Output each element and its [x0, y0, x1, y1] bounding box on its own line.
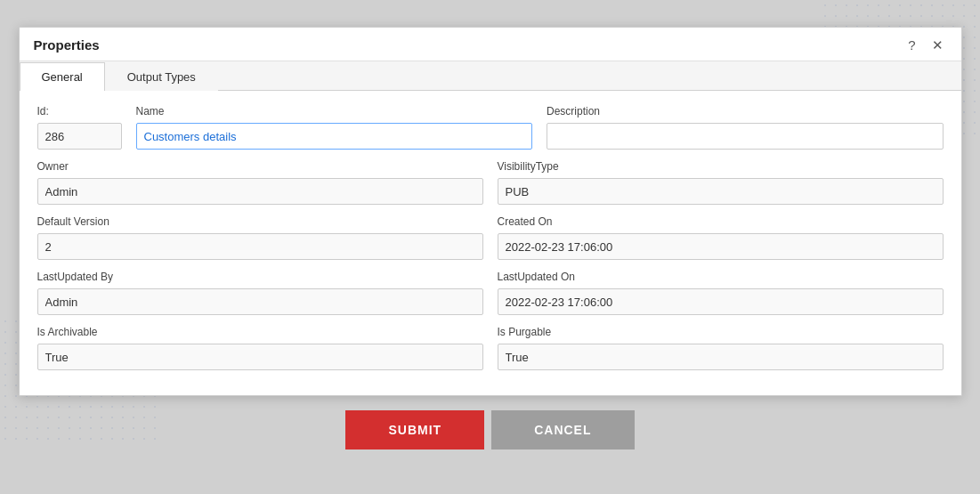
row-owner-visibility: Owner VisibilityType — [37, 160, 944, 205]
created-on-input[interactable] — [498, 233, 944, 260]
last-updated-by-input[interactable] — [37, 288, 483, 315]
last-updated-by-label: LastUpdated By — [37, 271, 483, 283]
group-last-updated-by: LastUpdated By — [37, 271, 483, 315]
is-purgable-label: Is Purgable — [498, 326, 944, 338]
default-version-input[interactable] — [37, 233, 483, 260]
default-version-label: Default Version — [37, 215, 483, 228]
group-is-purgable: Is Purgable — [498, 326, 944, 370]
form-area: Id: Name Description Owner — [20, 91, 961, 395]
last-updated-on-label: LastUpdated On — [498, 271, 944, 283]
group-last-updated-on: LastUpdated On — [498, 271, 944, 315]
header-icons: ? ✕ — [904, 36, 946, 53]
dialog-title: Properties — [34, 37, 100, 53]
last-updated-on-input[interactable] — [498, 288, 944, 315]
row-id-name-desc: Id: Name Description — [37, 105, 944, 150]
is-purgable-input[interactable] — [498, 344, 944, 370]
group-visibility: VisibilityType — [498, 160, 944, 205]
properties-dialog: Properties ? ✕ General Output Types Id: — [19, 27, 962, 396]
tab-general[interactable]: General — [20, 62, 105, 91]
row-version-created: Default Version Created On — [37, 215, 944, 260]
submit-button[interactable]: SUBMIT — [345, 410, 484, 449]
is-archivable-label: Is Archivable — [37, 326, 483, 338]
group-description: Description — [547, 105, 944, 150]
help-button[interactable]: ? — [904, 36, 919, 53]
group-default-version: Default Version — [37, 215, 483, 260]
owner-label: Owner — [37, 160, 483, 173]
group-name: Name — [136, 105, 533, 150]
visibility-label: VisibilityType — [498, 160, 944, 173]
created-on-label: Created On — [498, 215, 944, 228]
id-input[interactable] — [37, 123, 122, 150]
group-id: Id: — [37, 105, 122, 150]
name-label: Name — [136, 105, 533, 117]
cancel-button[interactable]: CANCEL — [491, 410, 634, 449]
tab-output-types[interactable]: Output Types — [105, 62, 218, 91]
id-label: Id: — [37, 105, 122, 117]
group-owner: Owner — [37, 160, 483, 205]
visibility-input[interactable] — [498, 178, 944, 205]
group-is-archivable: Is Archivable — [37, 326, 483, 370]
group-created-on: Created On — [498, 215, 944, 260]
description-input[interactable] — [547, 123, 944, 150]
row-updated-by-on: LastUpdated By LastUpdated On — [37, 271, 944, 315]
name-input[interactable] — [136, 123, 533, 150]
close-button[interactable]: ✕ — [928, 36, 947, 53]
owner-input[interactable] — [37, 178, 483, 205]
row-archivable-purgable: Is Archivable Is Purgable — [37, 326, 944, 370]
description-label: Description — [547, 105, 944, 117]
tabs-bar: General Output Types — [20, 61, 961, 91]
is-archivable-input[interactable] — [37, 344, 483, 370]
dialog-header: Properties ? ✕ — [20, 28, 961, 61]
